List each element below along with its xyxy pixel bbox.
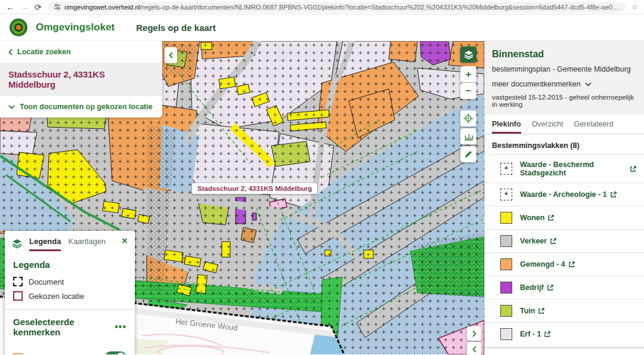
more-document-properties[interactable]: meer documentkenmerken [492,80,637,88]
legend-item-label: Document [29,277,64,286]
color-swatch [500,258,512,270]
document-outline-swatch [500,189,512,200]
legend-item-document: Document [5,274,135,289]
sidebar-tabs: Plekinfo Overzicht Gerelateerd [485,115,644,134]
layer-label: Plankaart [29,353,62,354]
selected-features-title: Geselecteerde kenmerken [13,317,114,337]
item-label: Erf - 1 [520,330,541,338]
map-area: Het Groene Woud Locatie zoeken Stadsschu… [0,41,484,354]
item-label: Tuin [520,307,535,315]
browser-back-icon[interactable]: ← [6,3,14,11]
external-link-icon [630,165,637,172]
list-item[interactable]: Verkeer [485,229,644,252]
back-to-location-search[interactable]: Locatie zoeken [0,41,162,63]
back-link-label: Locatie zoeken [17,48,71,56]
document-subtitle: bestemmingsplan - Gemeente Middelburg [492,65,637,73]
list-item[interactable]: Tuin [485,299,644,322]
color-swatch [500,305,512,317]
url-bar[interactable]: omgevingswet.overheid.nl/regels-op-de-ka… [48,2,626,13]
document-header: Binnenstad bestemmingsplan - Gemeente Mi… [485,41,644,115]
layers-icon [12,239,22,248]
collapse-panel-right-button[interactable] [467,342,481,354]
url-text: omgevingswet.overheid.nl/regels-op-de-ka… [64,4,620,11]
content-area: Het Groene Woud Locatie zoeken Stadsschu… [0,41,644,354]
section-title-bouwvlakken: Bouwvlakken (3) [485,348,644,354]
document-title: Binnenstad [492,49,637,60]
nav-regels-op-de-kaart[interactable]: Regels op de kaart [136,23,215,33]
more-options-button[interactable]: ••• [114,322,126,332]
document-status: vastgesteld 15-12-2015 - geheel onherroe… [492,94,637,108]
legend-item-label: Gekozen locatie [29,292,84,301]
plankaart-thumbnail-icon [13,353,23,355]
list-item[interactable]: Wonen [485,206,644,229]
show-documents-label: Toon documenten op gekozen locatie [20,103,153,111]
item-label: Gemengd - 4 [520,260,565,268]
external-link-icon [550,237,557,245]
chevron-right-icon [472,331,476,337]
draw-button[interactable] [460,146,476,162]
zoom-out-button[interactable]: − [460,83,476,99]
tab-gerelateerd[interactable]: Gerelateerd [574,115,613,134]
legend-panel: Legenda Kaartlagen × Legenda Document Ge… [5,231,135,354]
expand-panel-right-button[interactable] [467,326,481,341]
chevron-left-icon [8,49,13,55]
plankaart-toggle[interactable] [105,351,126,354]
list-item[interactable]: Gemengd - 4 [485,252,644,276]
chevron-left-icon [169,52,173,58]
selected-location-swatch [13,291,23,301]
browser-forward-icon[interactable]: → [20,3,29,11]
section-title-bestemmingsvlakken: Bestemmingsvlakken (8) [485,134,644,155]
list-item[interactable]: Waarde - Archeologie - 1 [485,183,644,206]
zoom-in-button[interactable]: + [460,66,476,82]
browser-toolbar: ← → ⟳ omgevingswet.overheid.nl/regels-op… [0,0,644,14]
chevron-down-icon [585,82,592,87]
map-location-tooltip: Stadsschuur 2, 4331KS Middelburg [192,183,317,194]
chevron-down-icon [8,105,15,109]
color-swatch [500,212,512,224]
layer-row-plankaart: Plankaart [5,342,135,354]
item-label: Wonen [520,214,544,222]
collapse-panel-button[interactable] [165,47,177,63]
document-sidebar: Binnenstad bestemmingsplan - Gemeente Mi… [484,41,644,354]
item-label: Verkeer [520,237,547,245]
chevron-left-icon [472,346,476,353]
list-item[interactable]: Erf - 1 [485,322,644,345]
close-icon[interactable]: × [122,237,128,245]
legend-title: Legenda [5,251,135,274]
site-settings-icon[interactable] [54,3,61,11]
tab-legenda[interactable]: Legenda [29,237,61,251]
item-label: Waarde - Archeologie - 1 [520,190,607,199]
external-link-icon [538,307,545,314]
color-swatch [500,235,512,247]
measure-button[interactable] [460,128,476,144]
selected-address: Stadsschuur 2, 4331KS Middelburg [0,63,162,96]
location-panel: Locatie zoeken Stadsschuur 2, 4331KS Mid… [0,41,162,118]
show-documents-toggle[interactable]: Toon documenten op gekozen locatie [0,96,162,118]
locate-me-button[interactable] [460,110,476,126]
measure-scale-icon [464,132,473,141]
app-header: Omgevingsloket Regels op de kaart [0,14,644,41]
layers-icon [464,50,473,59]
crosshair-icon [463,113,473,124]
external-link-icon [568,261,575,268]
external-link-icon [610,191,617,198]
layers-button[interactable] [460,47,476,63]
legend-item-gekozen-locatie: Gekozen locatie [5,289,135,303]
bookmark-star-icon[interactable]: ☆ [631,3,638,11]
pencil-icon [464,150,473,159]
document-outline-swatch [500,163,512,175]
tab-plekinfo[interactable]: Plekinfo [492,115,521,134]
brand-title[interactable]: Omgevingsloket [36,21,114,33]
external-link-icon [547,284,554,291]
color-swatch [500,328,512,340]
color-swatch [500,282,512,294]
list-item[interactable]: Bedrijf [485,276,644,299]
tab-kaartlagen[interactable]: Kaartlagen [68,237,106,251]
browser-reload-icon[interactable]: ⟳ [35,3,42,11]
more-document-properties-label: meer documentkenmerken [492,80,581,88]
document-outline-swatch [13,277,23,286]
external-link-icon [547,214,555,221]
list-item[interactable]: Waarde - Beschermd Stadsgezicht [485,155,644,183]
tab-overzicht[interactable]: Overzicht [532,115,564,134]
omgevingsloket-logo [10,18,27,36]
